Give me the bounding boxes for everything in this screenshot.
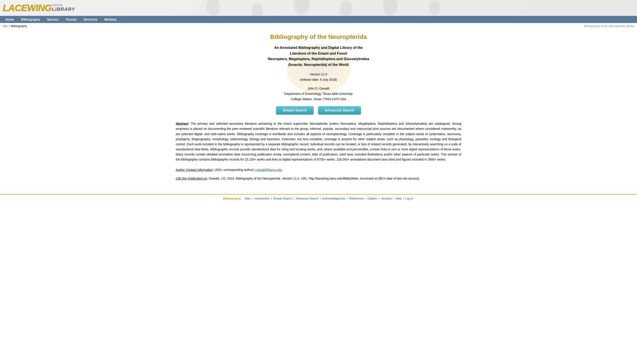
abstract-section: Abstract: The primary and selected secon…	[176, 121, 461, 162]
main-nav: Home Bibliography Species Faunas Directo…	[0, 16, 637, 23]
footer-nav-help[interactable]: Help	[396, 197, 402, 200]
header: LACEWING DIGITAL LIBRARY	[0, 0, 637, 16]
subtitle-line2: Literature of the Extant and Fossil	[176, 51, 461, 56]
logo-library: LIBRARY	[52, 6, 75, 12]
page-title: Bibliography of the Neuropterida	[176, 34, 461, 40]
breadcrumb-separator: >	[8, 24, 11, 28]
nav-item-faunas[interactable]: Faunas	[62, 16, 80, 23]
breadcrumb: LDL > Bibliography	[3, 24, 27, 28]
breadcrumb-right: Bibliography of the Neuropterida (BotN)	[584, 24, 634, 28]
simple-search-button[interactable]: Simple Search	[276, 106, 314, 114]
abstract-text: : The primary and selected secondary lit…	[176, 122, 461, 161]
version-block: Version 11.0 (release date: 8 July 2016)	[176, 72, 461, 82]
logo-text: LACEWING	[3, 3, 52, 12]
footer-nav-references[interactable]: References	[349, 197, 364, 200]
footer-nav-acknowledgments[interactable]: Acknowledgments	[322, 197, 346, 200]
subtitle-line4: (Insecta: Neuropterida) of the World	[176, 62, 461, 68]
breadcrumb-ldl[interactable]: LDL	[3, 24, 8, 28]
subtitle-line3: Neuroptera, Megaloptera, Raphidioptera a…	[176, 56, 461, 62]
footer-nav-citation[interactable]: Citation	[368, 197, 377, 200]
footer-label: Bibliography:	[223, 197, 242, 200]
footer-nav-versions[interactable]: Versions	[381, 197, 392, 200]
nav-item-species[interactable]: Species	[43, 16, 62, 23]
version-text: Version 11.0	[176, 72, 461, 77]
author-contact-text: : (JDO, corresponding author)	[213, 168, 254, 172]
nav-item-bibliography[interactable]: Bibliography	[18, 16, 44, 23]
logo-sub: DIGITAL LIBRARY	[52, 4, 75, 12]
advanced-search-button[interactable]: Advanced Search	[318, 106, 361, 114]
logo-digital: DIGITAL	[52, 4, 75, 6]
breadcrumb-bar: LDL > Bibliography Bibliography of the N…	[0, 23, 637, 29]
author-block: John D. Oswald Department of Entomology,…	[176, 86, 461, 102]
author-name: John D. Oswald	[176, 86, 461, 91]
abstract-label: Abstract	[176, 122, 188, 126]
footer-nav-login[interactable]: Log In	[405, 197, 413, 200]
header-pattern	[191, 0, 637, 16]
breadcrumb-current: Bibliography	[11, 24, 27, 28]
release-date: (release date: 8 July 2016)	[176, 77, 461, 82]
nav-item-directory[interactable]: Directory	[80, 16, 101, 23]
author-address: College Station, Texas 77843-2475 USA	[176, 97, 461, 102]
subtitle-block: An Annotated Bibliography and Digital Li…	[176, 45, 461, 68]
search-buttons: Simple Search Advanced Search	[176, 106, 461, 114]
footer-nav-introduction[interactable]: Introduction	[254, 197, 269, 200]
cite-text: : Oswald, J.D. 2016. Bibliography of the…	[207, 177, 420, 180]
author-contact-period: .	[282, 168, 283, 172]
author-contact: Author Contact Information: (JDO, corres…	[176, 168, 461, 172]
nav-item-metakey[interactable]: Metakey	[101, 16, 120, 23]
cite-label: Cite this Publication as	[176, 177, 207, 180]
cite-section: Cite this Publication as: Oswald, J.D. 2…	[176, 176, 461, 181]
footer-nav: Bibliography: Main | Introduction | Simp…	[0, 194, 637, 202]
author-department: Department of Entomology, Texas A&M Univ…	[176, 91, 461, 97]
main-content: Bibliography of the Neuropterida An Anno…	[169, 29, 468, 194]
logo[interactable]: LACEWING DIGITAL LIBRARY	[3, 3, 75, 12]
author-contact-label: Author Contact Information	[176, 168, 213, 172]
footer-nav-advanced-search[interactable]: Advanced Search	[296, 197, 318, 200]
author-email-link[interactable]: j-oswald@tamu.edu	[254, 168, 282, 172]
footer-nav-main[interactable]: Main	[245, 197, 251, 200]
subtitle-line1: An Annotated Bibliography and Digital Li…	[176, 45, 461, 51]
footer-nav-simple-search[interactable]: Simple Search	[273, 197, 292, 200]
nav-item-home[interactable]: Home	[2, 16, 18, 23]
